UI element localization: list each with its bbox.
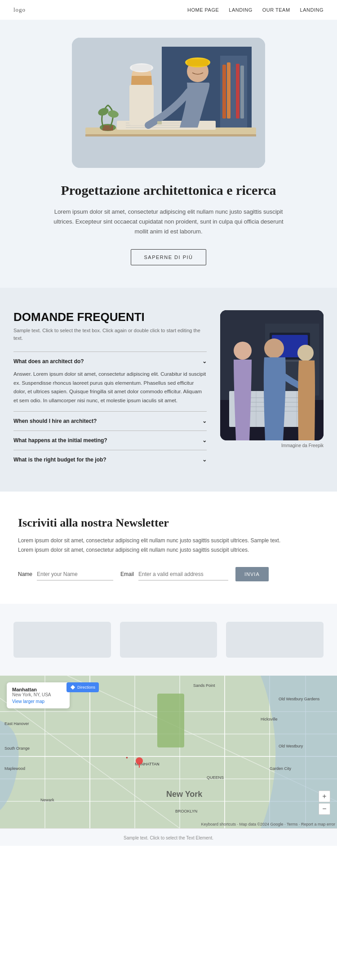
faq-right: Immagine da Freepik	[220, 310, 324, 469]
map-view-larger[interactable]: View larger map	[12, 699, 64, 704]
newsletter-description: Lorem ipsum dolor sit amet, consectetur …	[18, 536, 297, 554]
svg-rect-4	[227, 62, 231, 119]
faq-title: DOMANDE FREQUENTI	[13, 310, 207, 324]
nav-link-landing2[interactable]: LANDING	[300, 7, 324, 13]
map-location-title: Manhattan	[12, 687, 64, 692]
gallery-item-2	[120, 622, 217, 658]
faq-item-4-header[interactable]: What is the right budget for the job? ⌄	[13, 457, 207, 463]
svg-text:●: ●	[126, 756, 128, 760]
nav-link-landing1[interactable]: LANDING	[229, 7, 252, 13]
map-directions-button[interactable]: Directions	[67, 682, 99, 692]
svg-rect-5	[231, 67, 235, 119]
faq-left: DOMANDE FREQUENTI Sample text. Click to …	[13, 310, 207, 469]
faq-item-4: What is the right budget for the job? ⌄	[13, 450, 207, 469]
gallery-item-3	[226, 622, 324, 658]
svg-rect-7	[240, 66, 244, 119]
faq-item-2-header[interactable]: When should I hire an architect? ⌄	[13, 418, 207, 424]
newsletter-section: Iscriviti alla nostra Newsletter Lorem i…	[0, 492, 337, 604]
hero-image	[72, 38, 265, 168]
faq-section: DOMANDE FREQUENTI Sample text. Click to …	[0, 288, 337, 492]
svg-text:Sands Point: Sands Point	[193, 683, 215, 688]
svg-rect-20	[132, 65, 151, 71]
hero-description: Lorem ipsum dolor sit amet, consectetur …	[52, 207, 285, 237]
map-zoom-in[interactable]: +	[319, 791, 330, 802]
gallery-item-1	[13, 622, 111, 658]
nav-logo: logo	[13, 6, 26, 13]
name-form-group: Name	[18, 568, 113, 580]
faq-item-1-question: What does an architect do?	[13, 358, 84, 365]
faq-item-1-chevron: ⌄	[202, 358, 207, 365]
svg-rect-58	[157, 694, 184, 747]
hero-title: Progettazione architettonica e ricerca	[56, 181, 281, 199]
faq-item-3-header[interactable]: What happens at the initial meeting? ⌄	[13, 437, 207, 444]
svg-point-41	[264, 338, 284, 358]
svg-text:Newark: Newark	[40, 798, 54, 802]
faq-item-3-chevron: ⌄	[202, 437, 207, 444]
gallery-section	[0, 604, 337, 676]
directions-label: Directions	[77, 685, 95, 690]
hero-cta-button[interactable]: SAPERNE DI PIÙ	[131, 249, 206, 265]
name-label: Name	[18, 571, 32, 577]
faq-subtitle: Sample text. Click to select the text bo…	[13, 327, 207, 342]
faq-item-4-question: What is the right budget for the job?	[13, 457, 106, 463]
svg-rect-6	[236, 64, 239, 119]
svg-rect-25	[157, 121, 162, 124]
faq-image	[220, 310, 324, 440]
svg-rect-9	[85, 134, 256, 136]
faq-item-3: What happens at the initial meeting? ⌄	[13, 431, 207, 450]
svg-text:Hicksville: Hicksville	[261, 717, 278, 721]
map-info-box: Manhattan New York, NY, USA View larger …	[7, 682, 70, 708]
svg-text:BROOKLYN: BROOKLYN	[175, 809, 197, 813]
svg-rect-24	[187, 59, 208, 66]
svg-text:Garden City: Garden City	[270, 766, 292, 771]
svg-point-42	[297, 345, 314, 361]
faq-item-2-question: When should I hire an architect?	[13, 418, 97, 424]
faq-image-caption: Immagine da Freepik	[220, 443, 324, 448]
map-location-address: New York, NY, USA	[12, 692, 64, 697]
hero-section: Progettazione architettonica e ricerca L…	[0, 20, 337, 288]
svg-rect-21	[129, 85, 154, 125]
map-section: New York Hackensack Sands Point Old West…	[0, 676, 337, 828]
svg-point-40	[234, 342, 252, 360]
name-input[interactable]	[37, 568, 113, 580]
faq-item-1-answer: Answer. Lorem ipsum dolor sit amet, cons…	[13, 370, 207, 405]
newsletter-form: Name Email INVIA	[18, 567, 319, 581]
svg-rect-11	[102, 125, 113, 131]
bottom-bar: Sample text. Click to select the Text El…	[0, 828, 337, 846]
email-form-group: Email	[120, 568, 228, 580]
nav-link-home[interactable]: HOME PAGE	[187, 7, 219, 13]
faq-item-2-chevron: ⌄	[202, 418, 207, 424]
map-zoom-out[interactable]: −	[319, 803, 330, 815]
nav-link-ourteam[interactable]: OUR TEAM	[262, 7, 290, 13]
bottom-bar-text: Sample text. Click to select the Text El…	[124, 835, 213, 840]
svg-text:Maplewood: Maplewood	[4, 766, 25, 771]
faq-item-2: When should I hire an architect? ⌄	[13, 411, 207, 431]
faq-item-3-question: What happens at the initial meeting?	[13, 437, 107, 444]
map-attribution: Keyboard shortcuts · Map data ©2024 Goog…	[201, 822, 335, 826]
svg-text:QUEENS: QUEENS	[207, 775, 224, 780]
svg-text:New York: New York	[166, 790, 203, 799]
newsletter-title: Iscriviti alla nostra Newsletter	[18, 516, 319, 530]
email-input[interactable]	[138, 568, 228, 580]
nav-links: HOME PAGE LANDING OUR TEAM LANDING	[187, 7, 324, 13]
map-controls: + −	[319, 791, 330, 815]
svg-rect-3	[222, 65, 226, 119]
faq-item-1-header[interactable]: What does an architect do? ⌄	[13, 358, 207, 365]
svg-text:East Hanover: East Hanover	[4, 721, 29, 726]
faq-item-1: What does an architect do? ⌄ Answer. Lor…	[13, 352, 207, 411]
faq-item-4-chevron: ⌄	[202, 457, 207, 463]
svg-text:South Orange: South Orange	[4, 746, 30, 751]
email-label: Email	[120, 571, 134, 577]
svg-text:Old Westbury Gardens: Old Westbury Gardens	[279, 697, 320, 701]
svg-text:Old Westbury: Old Westbury	[279, 744, 303, 748]
submit-button[interactable]: INVIA	[235, 567, 269, 581]
navbar: logo HOME PAGE LANDING OUR TEAM LANDING	[0, 0, 337, 20]
